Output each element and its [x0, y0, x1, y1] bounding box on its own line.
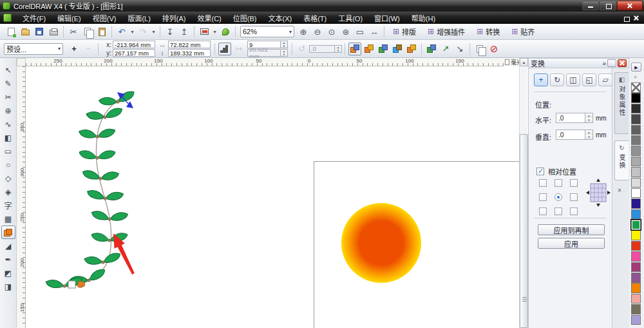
menu-window[interactable]: 窗口(W): [368, 12, 406, 24]
color-swatch[interactable]: [631, 198, 641, 209]
object-height-field[interactable]: 189.332 mm: [168, 49, 211, 57]
color-swatch[interactable]: [631, 294, 641, 304]
rectangle-tool[interactable]: ▭: [1, 144, 15, 158]
palette-flyout-button[interactable]: ▶: [631, 63, 641, 72]
paste-button[interactable]: [95, 25, 108, 38]
anchor-top-left[interactable]: [539, 179, 547, 187]
size-acceleration-button[interactable]: [405, 43, 418, 55]
color-swatch[interactable]: [631, 262, 641, 273]
transform-skew-button[interactable]: ▱: [598, 73, 612, 86]
copy-blend-properties-button[interactable]: [473, 43, 486, 55]
start-object[interactable]: [77, 281, 85, 287]
menu-text[interactable]: 文本(X): [262, 12, 298, 24]
menu-file[interactable]: 文件(F): [17, 12, 52, 24]
scrollbar-thumb[interactable]: [520, 134, 528, 328]
smart-fill-tool[interactable]: ◧: [1, 131, 15, 144]
blend-tool[interactable]: [1, 226, 15, 239]
open-button[interactable]: [19, 25, 32, 38]
scroll-up-button[interactable]: ▲: [520, 58, 528, 66]
color-swatch[interactable]: [631, 157, 641, 167]
basic-shapes-tool[interactable]: ◈: [1, 185, 15, 198]
transform-rotate-button[interactable]: ↻: [550, 73, 564, 86]
apply-to-duplicate-button[interactable]: 应用到再制: [538, 224, 605, 235]
vertical-ruler[interactable]: 350 300 250 200 150: [17, 66, 26, 328]
tab-object-properties[interactable]: ◧ 对象属性: [614, 72, 629, 134]
pick-tool[interactable]: ↖: [1, 63, 15, 77]
undo-dropdown[interactable]: ▾: [129, 25, 135, 38]
transform-size-button[interactable]: ◱: [582, 73, 596, 86]
docker-tabs-close-icon[interactable]: ×: [618, 187, 621, 194]
import-button[interactable]: ↧: [164, 25, 176, 38]
docker-collapse-button[interactable]: [607, 59, 616, 67]
fill-tool[interactable]: ◩: [1, 266, 15, 280]
palette-scroll-up[interactable]: ▲: [633, 74, 638, 79]
direct-blend-button[interactable]: [348, 43, 361, 55]
menu-bitmaps[interactable]: 位图(B): [227, 12, 263, 24]
undo-button[interactable]: ↶: [115, 25, 128, 38]
zoom-to-selected-button[interactable]: ⊙: [325, 25, 338, 38]
menu-layout[interactable]: 版面(L): [122, 12, 156, 24]
spacing-spinner[interactable]: ▴ ▾: [281, 49, 288, 57]
angle-spinner[interactable]: ▴ ▾: [335, 45, 342, 53]
print-button[interactable]: [47, 25, 60, 38]
ruler-origin[interactable]: [17, 58, 26, 66]
zoom-to-width-button[interactable]: ↔: [368, 25, 381, 38]
zoom-out-button[interactable]: ⊖: [311, 25, 324, 38]
anchor-bottom-left[interactable]: [539, 207, 547, 215]
ellipse-tool[interactable]: ○: [1, 158, 15, 171]
restore-button[interactable]: [600, 1, 616, 10]
counterclockwise-blend-button[interactable]: [377, 43, 390, 55]
x-position-field[interactable]: -213.964 mm: [113, 41, 155, 48]
color-swatch[interactable]: [631, 241, 641, 251]
color-swatch[interactable]: [631, 315, 641, 325]
minimize-button[interactable]: [582, 1, 599, 10]
cut-button[interactable]: ✂: [67, 25, 80, 38]
zoom-to-all-button[interactable]: ⊛: [339, 25, 352, 38]
menu-effects[interactable]: 效果(C): [192, 12, 227, 24]
end-node-handle[interactable]: [68, 281, 75, 288]
remove-preset-button[interactable]: −: [82, 43, 95, 55]
anchor-top-center[interactable]: [554, 179, 562, 187]
y-position-field[interactable]: 267.157 mm: [113, 49, 155, 57]
transform-scale-mirror-button[interactable]: ◫: [566, 73, 580, 86]
save-button[interactable]: [33, 25, 46, 38]
add-preset-button[interactable]: +: [68, 43, 80, 55]
color-swatch[interactable]: [631, 220, 641, 230]
tab-transform[interactable]: ↻ 变换: [614, 140, 629, 180]
transform-position-button[interactable]: +: [534, 73, 548, 86]
blend-steps-toggle-button[interactable]: [218, 43, 231, 55]
mdi-restore-button[interactable]: [618, 14, 627, 21]
convert-button[interactable]: ⊞ 转换: [472, 25, 504, 38]
outline-pen-tool[interactable]: ✒: [1, 253, 15, 266]
horizontal-input[interactable]: .0: [556, 113, 585, 123]
color-swatch[interactable]: [631, 209, 641, 220]
anchor-bottom-right[interactable]: [570, 207, 578, 215]
zoom-in-button[interactable]: ⊕: [297, 25, 310, 38]
copy-button[interactable]: [81, 25, 94, 38]
menu-arrange[interactable]: 排列(A): [156, 12, 192, 24]
launcher-dropdown[interactable]: ▾: [212, 25, 218, 38]
vine-blend-object[interactable]: [46, 90, 136, 289]
zoom-level-combo[interactable]: 62% ▾: [240, 26, 294, 37]
anchor-middle-left[interactable]: [539, 193, 547, 201]
anchor-top-right[interactable]: [570, 179, 578, 187]
color-swatch[interactable]: [631, 114, 641, 124]
relative-position-checkbox[interactable]: [536, 168, 544, 175]
zoom-tool[interactable]: ⊕: [1, 104, 15, 117]
preset-combo[interactable]: 预设... ▾: [4, 43, 63, 55]
object-color-acceleration-button[interactable]: [391, 43, 404, 55]
color-swatch[interactable]: [631, 230, 641, 240]
snap-button[interactable]: ⊞ 贴齐: [507, 25, 539, 38]
clockwise-blend-button[interactable]: [363, 43, 375, 55]
apply-button[interactable]: 应用: [538, 238, 605, 249]
color-swatch[interactable]: [631, 251, 641, 262]
color-swatch[interactable]: [631, 283, 641, 293]
vertical-input[interactable]: .0: [556, 130, 585, 140]
color-swatch[interactable]: [631, 146, 641, 156]
layout-toolbar-button[interactable]: ⊞ 排版: [388, 25, 421, 38]
anchor-center[interactable]: [554, 193, 562, 201]
application-launcher-button[interactable]: [198, 25, 211, 38]
docker-header[interactable]: 变换 »: [528, 58, 629, 68]
crop-tool[interactable]: ✂: [1, 90, 15, 104]
zoom-to-page-button[interactable]: ▭: [354, 25, 366, 38]
